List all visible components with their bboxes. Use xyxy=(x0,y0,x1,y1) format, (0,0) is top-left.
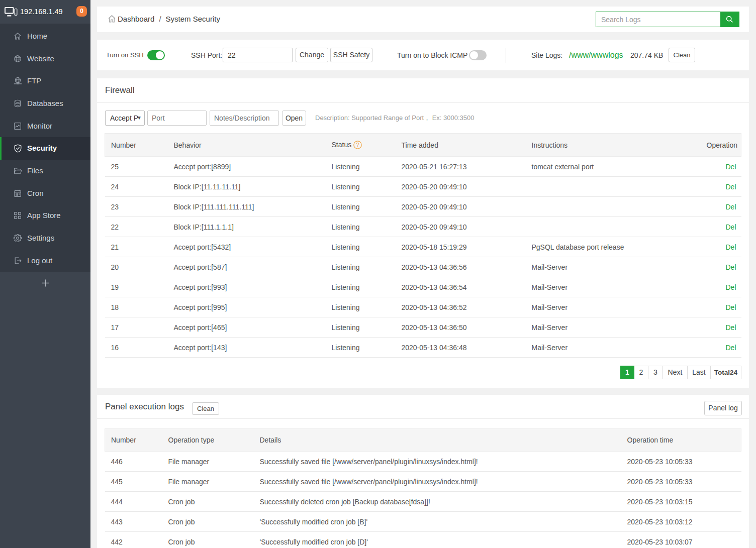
svg-text:?: ? xyxy=(356,142,359,148)
